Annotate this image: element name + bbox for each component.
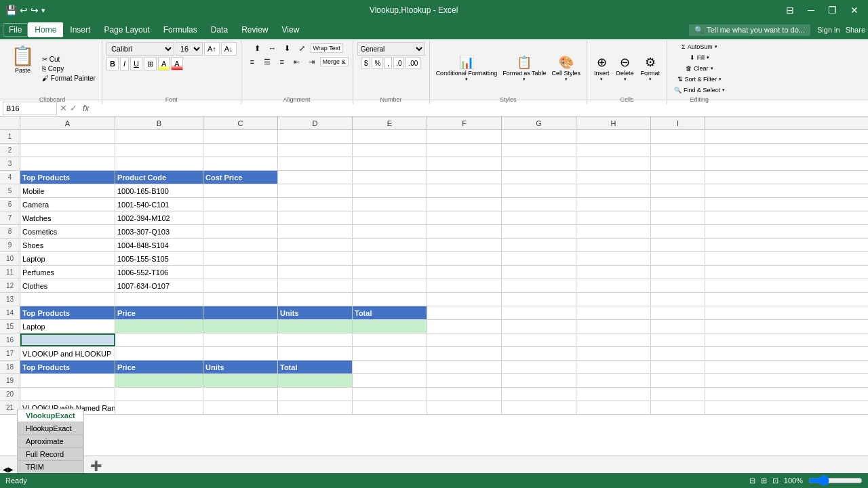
cell-d13[interactable] (278, 293, 353, 306)
cell-f20[interactable] (427, 388, 502, 401)
add-sheet-button[interactable]: ➕ (85, 458, 107, 473)
cell-a20[interactable] (20, 388, 115, 401)
cell-a6[interactable]: Camera (20, 198, 115, 211)
menu-insert[interactable]: Insert (63, 22, 97, 37)
cell-b18[interactable]: Price (115, 361, 203, 373)
confirm-entry-icon[interactable]: ✓ (70, 103, 77, 113)
col-header-d[interactable]: D (278, 117, 353, 129)
window-options-icon[interactable]: ⊟ (782, 3, 798, 17)
formula-input[interactable] (94, 104, 865, 113)
copy-button[interactable]: ⎘ Copy (40, 64, 98, 73)
menu-home[interactable]: Home (28, 22, 63, 37)
cell-f9[interactable] (427, 239, 502, 251)
cell-d7[interactable] (278, 211, 353, 224)
text-direction-button[interactable]: ⤢ (296, 42, 309, 54)
cell-b2[interactable] (115, 144, 203, 157)
cell-f17[interactable] (427, 347, 502, 360)
menu-file[interactable]: File (3, 23, 28, 37)
decrease-indent-button[interactable]: ⇤ (290, 56, 304, 68)
decrease-decimal-button[interactable]: .00 (406, 57, 420, 69)
row-number-4[interactable]: 4 (0, 171, 20, 184)
currency-button[interactable]: $ (361, 57, 371, 69)
cell-g4[interactable] (502, 171, 576, 184)
cell-h12[interactable] (576, 279, 651, 292)
cell-d9[interactable] (278, 239, 353, 251)
cell-d1[interactable] (278, 130, 353, 143)
cell-i17[interactable] (651, 347, 705, 360)
cell-b21[interactable] (115, 401, 203, 414)
cell-e1[interactable] (353, 130, 427, 143)
cell-g15[interactable] (502, 320, 576, 333)
cell-f4[interactable] (427, 171, 502, 184)
cell-i3[interactable] (651, 157, 705, 170)
cell-g6[interactable] (502, 198, 576, 211)
sign-in-button[interactable]: Sign in (817, 26, 840, 34)
cell-e11[interactable] (353, 266, 427, 279)
cell-e6[interactable] (353, 198, 427, 211)
cell-a12[interactable]: Clothes (20, 279, 115, 292)
cell-g19[interactable] (502, 374, 576, 387)
page-layout-view-icon[interactable]: ⊞ (761, 476, 767, 485)
cell-c1[interactable] (203, 130, 278, 143)
cell-c15[interactable] (203, 320, 278, 333)
cell-a10[interactable]: Laptop (20, 252, 115, 265)
bold-button[interactable]: B (106, 57, 119, 70)
cell-i4[interactable] (651, 171, 705, 184)
cell-h8[interactable] (576, 225, 651, 238)
cell-e7[interactable] (353, 211, 427, 224)
cell-i1[interactable] (651, 130, 705, 143)
cell-c9[interactable] (203, 239, 278, 251)
cell-g11[interactable] (502, 266, 576, 279)
cell-b13[interactable] (115, 293, 203, 306)
cell-b7[interactable]: 1002-394-M102 (115, 211, 203, 224)
row-number-19[interactable]: 19 (0, 374, 20, 387)
cell-h14[interactable] (576, 306, 651, 319)
cell-h20[interactable] (576, 388, 651, 401)
cell-d19[interactable] (278, 374, 353, 387)
cell-f6[interactable] (427, 198, 502, 211)
row-number-7[interactable]: 7 (0, 211, 20, 224)
cell-b17[interactable] (115, 347, 203, 360)
cell-a1[interactable] (20, 130, 115, 143)
wrap-text-button[interactable]: Wrap Text (311, 43, 343, 53)
number-format-select[interactable]: General (357, 42, 425, 56)
cell-a18[interactable]: Top Products (20, 361, 115, 373)
page-break-view-icon[interactable]: ⊡ (772, 476, 778, 485)
cell-h15[interactable] (576, 320, 651, 333)
cell-g2[interactable] (502, 144, 576, 157)
cell-e14[interactable]: Total (353, 306, 427, 319)
cell-e10[interactable] (353, 252, 427, 265)
cell-f21[interactable] (427, 401, 502, 414)
cell-g13[interactable] (502, 293, 576, 306)
cell-b16[interactable] (115, 333, 203, 346)
cell-i16[interactable] (651, 333, 705, 346)
insert-button[interactable]: ⊕ Insert ▾ (591, 54, 612, 83)
merge-center-button[interactable]: Merge & (320, 57, 349, 66)
cell-h21[interactable] (576, 401, 651, 414)
cell-b9[interactable]: 1004-848-S104 (115, 239, 203, 251)
row-number-20[interactable]: 20 (0, 388, 20, 401)
row-number-12[interactable]: 12 (0, 279, 20, 292)
cell-d14[interactable]: Units (278, 306, 353, 319)
align-top-button[interactable]: ⬆ (251, 42, 264, 54)
cell-e15[interactable] (353, 320, 427, 333)
cell-a3[interactable] (20, 157, 115, 170)
cell-h3[interactable] (576, 157, 651, 170)
cell-h7[interactable] (576, 211, 651, 224)
row-number-9[interactable]: 9 (0, 239, 20, 251)
sheet-tab-full-record[interactable]: Full Record (17, 447, 84, 460)
cell-a19[interactable] (20, 374, 115, 387)
sheet-tab-trim[interactable]: TRIM (17, 460, 84, 473)
comma-button[interactable]: , (384, 57, 392, 69)
cell-i7[interactable] (651, 211, 705, 224)
cell-g16[interactable] (502, 333, 576, 346)
cell-i15[interactable] (651, 320, 705, 333)
sheet-tab-hlookupexact[interactable]: HlookupExact (17, 422, 84, 434)
cell-g1[interactable] (502, 130, 576, 143)
cell-a4[interactable]: Top Products (20, 171, 115, 184)
cell-g7[interactable] (502, 211, 576, 224)
cell-c6[interactable] (203, 198, 278, 211)
minimize-button[interactable]: ─ (804, 3, 818, 17)
cell-e13[interactable] (353, 293, 427, 306)
cell-b3[interactable] (115, 157, 203, 170)
